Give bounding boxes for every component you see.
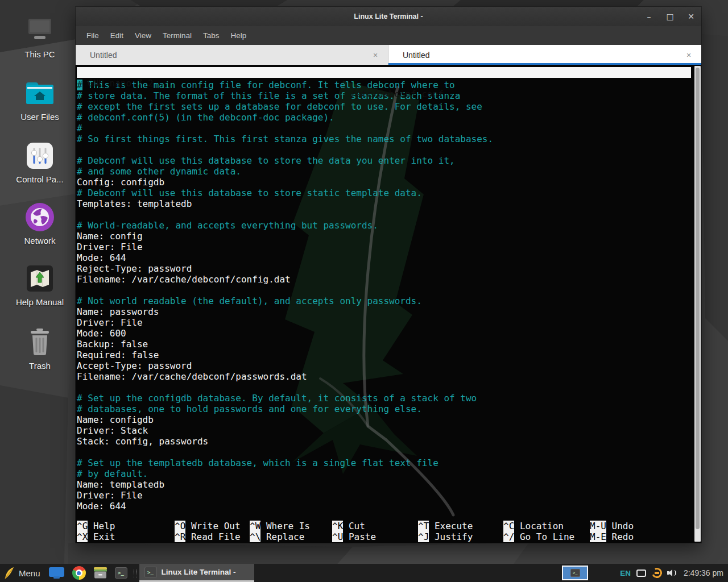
terminal-line: # except the first sets up a database fo… [77,101,691,112]
desktop-icon-user-files[interactable]: User Files [6,77,74,122]
volume-icon[interactable] [667,569,677,577]
nano-shortcut-row-1: ^G Help^O Write Out^W Where Is^K Cut^T E… [77,521,691,531]
nano-shortcut-row-2: ^X Exit^R Read File^\ Replace^U Paste^J … [77,531,691,542]
nano-shortcut: ^/ Go To Line [503,531,574,542]
desktop-icon-label: User Files [20,112,59,122]
terminal-line: Driver: File [77,490,691,501]
desktop-icon-trash[interactable]: Trash [6,326,74,371]
clock: 2:49:36 pm [684,568,723,577]
start-menu-label: Menu [19,568,40,578]
close-button[interactable]: ✕ [686,13,696,20]
chrome-launcher[interactable] [68,564,90,582]
window-controls: – □ ✕ [644,7,696,26]
terminal-line [77,382,691,393]
display-icon[interactable] [636,569,646,577]
terminal-line: # [77,123,691,134]
terminal-line: Name: templatedb [77,479,691,490]
terminal-icon: >_ [115,567,127,579]
desktop-icon-label: This PC [24,49,55,59]
terminal-scrollbar[interactable] [694,66,701,542]
terminal-line: Required: false [77,350,691,360]
menu-tabs[interactable]: Tabs [197,28,225,43]
shortcut-key: ^R [175,531,185,542]
network-globe-icon [25,201,55,233]
terminal-line: Accept-Type: password [77,360,691,371]
nano-shortcut: ^X Exit [77,531,115,542]
terminal-line: Filename: /var/cache/debconf/passwords.d… [77,371,691,382]
shortcut-key: ^C [503,521,514,531]
shortcut-key: ^G [77,521,88,531]
terminal-line: Templates: templatedb [77,198,691,209]
archive-box-icon [94,567,107,579]
menu-terminal[interactable]: Terminal [157,28,197,43]
nano-shortcut: ^K Cut [332,521,365,531]
terminal-line: # So first things first. This first stan… [77,134,691,144]
nano-version: GNU nano 7.2 [88,78,154,89]
terminal-line: Filename: /var/cache/debconf/config.dat [77,274,691,285]
menu-help[interactable]: Help [225,28,253,43]
shortcut-key: ^J [418,531,429,542]
terminal-line: Mode: 600 [77,328,691,339]
updates-icon[interactable] [651,567,663,579]
tab-close-icon[interactable]: × [684,51,693,60]
taskbar-separator-handle[interactable] [134,569,137,577]
desktop-launcher[interactable] [45,564,68,582]
terminal-line: Driver: Stack [77,425,691,436]
tab-close-icon[interactable]: × [371,51,380,60]
nano-buffer: # This is the main config file for debco… [77,80,691,512]
shortcut-key: ^W [250,521,260,531]
menu-edit[interactable]: Edit [105,28,129,43]
task-button-terminal[interactable]: >_ Linux Lite Terminal - [139,564,254,582]
shortcut-key: ^U [332,531,343,542]
nano-shortcut: ^G Help [77,521,115,531]
terminal-line: Name: config [77,231,691,242]
terminal-launcher[interactable]: >_ [111,564,131,582]
nano-shortcut: ^\ Replace [250,531,304,542]
terminal-line: Config: configdb [77,177,691,188]
terminal-line: # Not world readable (the default), and … [77,296,691,306]
menu-view[interactable]: View [129,28,157,43]
window-titlebar[interactable]: Linux Lite Terminal - – □ ✕ [76,7,701,26]
workspace-switcher[interactable]: >_ [562,566,588,580]
taskbar: Menu >_ >_ [0,564,728,582]
tab-label: Untitled [388,51,429,60]
terminal-line [77,285,691,296]
menu-file[interactable]: File [81,28,105,43]
terminal-line: Stack: config, passwords [77,436,691,447]
language-indicator[interactable]: EN [620,569,631,577]
nano-shortcut: M-E Redo [590,531,634,542]
terminal-line: Driver: File [77,317,691,328]
desktop-icon-network[interactable]: Network [6,201,74,246]
terminal-line: # World-readable, and accepts everything… [77,220,691,231]
terminal-window: Linux Lite Terminal - – □ ✕ File Edit Vi… [76,7,701,543]
terminal-line: # by default. [77,468,691,479]
terminal-line: Mode: 644 [77,501,691,512]
terminal-line: Name: configdb [77,414,691,425]
maximize-button[interactable]: □ [665,13,675,20]
tab-untitled-1[interactable]: Untitled × [76,45,388,65]
minimize-button[interactable]: – [644,13,653,20]
tab-untitled-2[interactable]: Untitled × [388,45,701,65]
terminal-line: Driver: File [77,242,691,252]
terminal-line: # debconf.conf(5) (in the debconf-doc pa… [77,112,691,123]
terminal-icon: >_ [144,567,157,578]
desktop-icon-this-pc[interactable]: This PC [6,15,74,59]
start-menu-button[interactable]: Menu [0,564,45,582]
blue-workspace-icon [49,567,64,579]
control-panel-icon [26,140,53,172]
terminal-line: # Debconf will use this database to stor… [77,188,691,198]
tab-label: Untitled [76,51,117,60]
shortcut-key: M-E [590,531,606,542]
scrollbar-thumb[interactable] [696,68,700,529]
file-manager-launcher[interactable] [90,564,111,582]
terminal-screen[interactable]: GNU nano 7.2 /etc/debconf.conf # This is… [76,65,701,543]
desktop-icon-help-manual[interactable]: Help Manual [6,263,74,307]
terminal-line: Backup: false [77,339,691,350]
taskbar-tray: >_ EN 2:49:36 pm [562,564,728,582]
update-dash [655,572,659,574]
nano-shortcut: ^W Where Is [250,521,310,531]
trash-can-icon [26,326,53,358]
terminal-line [77,209,691,220]
chrome-icon [72,566,86,580]
desktop-icon-control-panel[interactable]: Control Pa... [6,140,74,184]
